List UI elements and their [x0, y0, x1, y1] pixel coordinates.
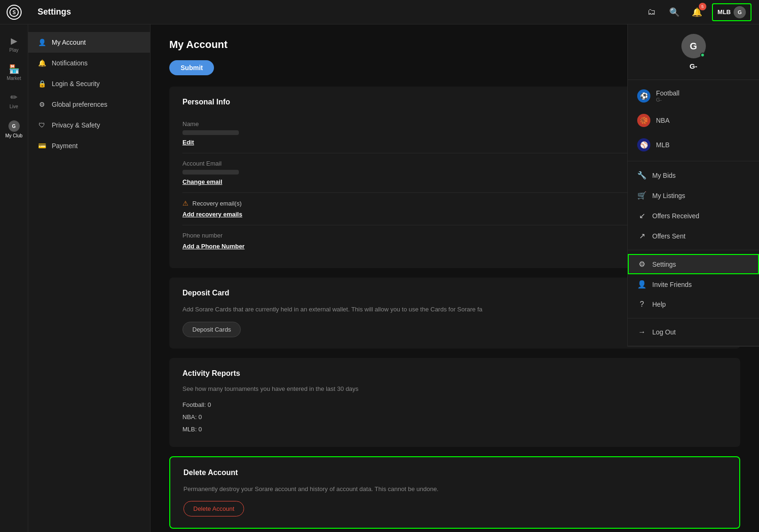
help-label: Help: [652, 301, 666, 308]
my-club-avatar: G: [8, 120, 20, 132]
recovery-label: Recovery email(s): [192, 200, 242, 207]
delete-description: Permanently destroy your Sorare account …: [183, 484, 726, 494]
notification-button[interactable]: 🔔 5: [689, 5, 704, 20]
logo-area: S: [0, 5, 28, 20]
wallet-button[interactable]: 🗂: [644, 5, 659, 20]
delete-title: Delete Account: [183, 468, 726, 477]
dropdown-header: G G-: [628, 24, 759, 80]
offers-sent-label: Offers Sent: [652, 232, 686, 240]
my-listings-label: My Listings: [652, 192, 685, 199]
add-phone-button[interactable]: Add a Phone Number: [182, 243, 245, 250]
dropdown-item-mlb[interactable]: ⚾ MLB: [628, 133, 759, 157]
bids-icon: 🔧: [637, 171, 647, 180]
deposit-cards-button[interactable]: Deposit Cards: [182, 322, 241, 337]
invite-friends-label: Invite Friends: [652, 281, 692, 288]
top-navigation: S Settings 🗂 🔍 🔔 5 MLB G: [0, 0, 759, 24]
invite-friends-icon: 👤: [637, 280, 647, 289]
shield-icon: 🛡: [38, 121, 46, 129]
mlb-menu-button[interactable]: MLB G: [712, 3, 751, 21]
help-icon: ?: [637, 300, 647, 309]
dropdown-item-nba[interactable]: 🏀 NBA: [628, 108, 759, 133]
sidebar-item-label: Market: [7, 76, 21, 81]
offers-received-icon: ↙: [637, 211, 647, 220]
dropdown-avatar: G: [681, 34, 706, 58]
submit-button[interactable]: Submit: [169, 60, 214, 75]
activity-stats: Football: 0 NBA: 0 MLB: 0: [182, 399, 727, 436]
activity-reports-section: Activity Reports See how many tournament…: [169, 358, 740, 447]
dropdown-item-settings[interactable]: ⚙ Settings: [628, 254, 759, 274]
name-value-hidden: [182, 130, 239, 135]
dropdown-item-football[interactable]: ⚽ Football G-: [628, 84, 759, 108]
market-icon: 🏪: [9, 64, 19, 74]
email-value-hidden: [182, 170, 239, 175]
offers-received-label: Offers Received: [652, 212, 699, 220]
change-email-button[interactable]: Change email: [182, 178, 222, 185]
logout-icon: →: [637, 328, 647, 336]
sorare-logo: S: [7, 5, 22, 20]
listings-icon: 🛒: [637, 191, 647, 200]
nba-stat: NBA: 0: [182, 411, 727, 423]
dropdown-actions-section: 🔧 My Bids 🛒 My Listings ↙ Offers Receive…: [628, 161, 759, 250]
dropdown-item-logout[interactable]: → Log Out: [628, 322, 759, 342]
delete-account-section: Delete Account Permanently destroy your …: [169, 456, 740, 529]
mlb-sport-icon: ⚾: [637, 138, 650, 151]
sidebar-item-my-club[interactable]: G My Club: [2, 117, 26, 142]
mlb-label: MLB: [656, 141, 670, 149]
user-icon: 👤: [38, 39, 46, 46]
football-text: Football G-: [656, 89, 680, 103]
sidebar-item-label: My Club: [5, 133, 23, 138]
settings-nav-label: Global preferences: [52, 101, 107, 108]
logout-label: Log Out: [652, 328, 676, 336]
settings-nav-label: Login & Security: [52, 80, 100, 87]
football-sport-icon: ⚽: [637, 89, 650, 103]
page-title: Settings: [28, 7, 644, 17]
sidebar-item-live[interactable]: ✏ Live: [2, 88, 26, 113]
delete-account-button[interactable]: Delete Account: [183, 501, 244, 516]
search-icon: 🔍: [669, 7, 680, 17]
add-recovery-button[interactable]: Add recovery emails: [182, 211, 242, 218]
my-bids-label: My Bids: [652, 172, 676, 179]
payment-icon: 💳: [38, 142, 46, 150]
dropdown-item-invite-friends[interactable]: 👤 Invite Friends: [628, 274, 759, 294]
settings-nav-label: Privacy & Safety: [52, 121, 100, 129]
sidebar-item-market[interactable]: 🏪 Market: [2, 60, 26, 85]
dropdown-item-offers-sent[interactable]: ↗ Offers Sent: [628, 226, 759, 246]
settings-nav-privacy-safety[interactable]: 🛡 Privacy & Safety: [28, 115, 150, 135]
settings-icon: ⚙: [637, 260, 647, 269]
sidebar-item-play[interactable]: ▶ Play: [2, 32, 26, 56]
settings-nav-payment[interactable]: 💳 Payment: [28, 135, 150, 156]
gear-icon: ⚙: [38, 101, 46, 108]
settings-sidebar: 👤 My Account 🔔 Notifications 🔒 Login & S…: [28, 24, 150, 532]
edit-name-button[interactable]: Edit: [182, 139, 194, 146]
settings-nav-notifications[interactable]: 🔔 Notifications: [28, 53, 150, 73]
activity-description: See how many tournaments you have entere…: [182, 385, 727, 392]
notifications-icon: 🔔: [38, 59, 46, 67]
settings-label: Settings: [652, 261, 676, 268]
settings-nav-label: Payment: [52, 142, 78, 150]
play-icon: ▶: [11, 36, 17, 46]
settings-nav-label: My Account: [52, 39, 86, 46]
settings-nav-my-account[interactable]: 👤 My Account: [28, 32, 150, 53]
wallet-icon: 🗂: [648, 7, 656, 17]
dropdown-item-offers-received[interactable]: ↙ Offers Received: [628, 206, 759, 226]
sidebar-item-label: Play: [9, 48, 18, 53]
dropdown-username: G-: [689, 62, 697, 70]
football-stat: Football: 0: [182, 399, 727, 411]
online-indicator: [700, 53, 705, 57]
dropdown-item-my-bids[interactable]: 🔧 My Bids: [628, 165, 759, 185]
settings-nav-global-preferences[interactable]: ⚙ Global preferences: [28, 94, 150, 115]
dropdown-settings-section: ⚙ Settings 👤 Invite Friends ? Help: [628, 250, 759, 318]
user-avatar-small: G: [734, 6, 746, 18]
search-button[interactable]: 🔍: [667, 5, 682, 20]
warning-icon: ⚠: [182, 199, 189, 207]
lock-icon: 🔒: [38, 80, 46, 87]
offers-sent-icon: ↗: [637, 231, 647, 240]
left-icon-sidebar: ▶ Play 🏪 Market ✏ Live G My Club: [0, 24, 28, 532]
mlb-stat: MLB: 0: [182, 423, 727, 436]
settings-nav-login-security[interactable]: 🔒 Login & Security: [28, 73, 150, 94]
dropdown-item-my-listings[interactable]: 🛒 My Listings: [628, 185, 759, 206]
dropdown-item-help[interactable]: ? Help: [628, 294, 759, 314]
football-sub: G-: [656, 97, 680, 103]
dropdown-sports-section: ⚽ Football G- 🏀 NBA ⚾ MLB: [628, 80, 759, 161]
sidebar-item-label: Live: [9, 104, 18, 109]
